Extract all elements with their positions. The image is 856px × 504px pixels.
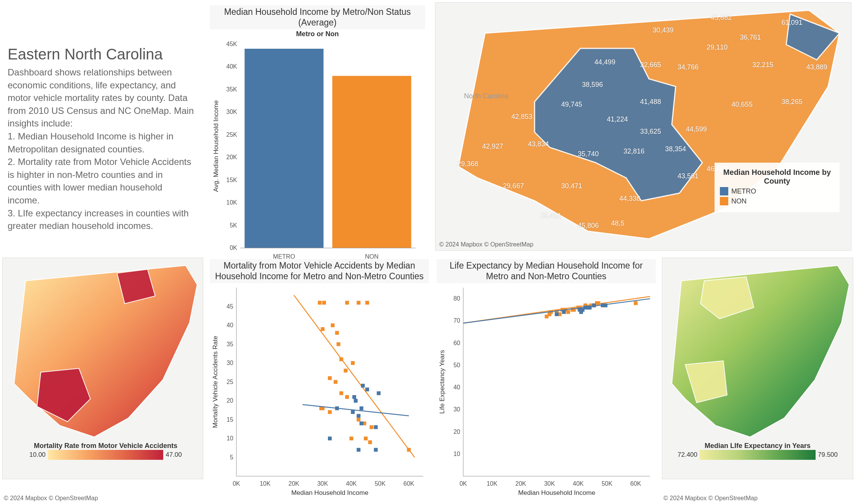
svg-text:40K: 40K [226, 64, 238, 70]
svg-text:30: 30 [453, 406, 460, 413]
svg-text:10K: 10K [226, 199, 238, 206]
income-map[interactable]: 45,68261,09130,43936,76129,11044,49932,6… [435, 2, 851, 251]
county-income-label: 33,625 [640, 128, 661, 136]
point-NON[interactable] [368, 440, 372, 444]
point-METRO[interactable] [328, 437, 332, 440]
point-NON[interactable] [344, 369, 347, 373]
point-METRO[interactable] [604, 304, 607, 307]
point-NON[interactable] [596, 301, 600, 305]
map-attribution: © 2024 Mapbox © OpenStreetMap [663, 495, 758, 502]
gradient-icon [48, 450, 164, 460]
point-NON[interactable] [321, 327, 324, 331]
svg-text:20K: 20K [516, 480, 527, 487]
point-METRO[interactable] [592, 304, 596, 307]
life-legend: Median LIfe Expectancy in Years 72.400 7… [678, 442, 838, 460]
point-NON[interactable] [331, 323, 335, 327]
point-NON[interactable] [407, 448, 411, 452]
svg-text:20: 20 [226, 397, 233, 404]
point-METRO[interactable] [365, 387, 369, 391]
county-income-label: 30,471 [561, 182, 582, 190]
point-NON[interactable] [357, 301, 360, 305]
county-income-label: 38,265 [781, 98, 802, 106]
scatter-life-panel: Life Expectancy by Median Household Inco… [433, 255, 660, 504]
county-income-label: 43,834 [528, 140, 549, 148]
point-NON[interactable] [345, 395, 349, 399]
point-METRO[interactable] [377, 391, 381, 395]
map-attribution: © 2024 Mapbox © OpenStreetMap [439, 241, 533, 248]
county-income-label: 38,596 [582, 81, 603, 89]
point-NON[interactable] [328, 410, 332, 414]
scatter2-title: Life Expectancy by Median Household Inco… [437, 259, 656, 283]
point-NON[interactable] [364, 437, 368, 440]
county-income-label: 35,421 [540, 212, 561, 220]
point-NON[interactable] [350, 437, 353, 440]
point-NON[interactable] [335, 331, 339, 335]
point-METRO[interactable] [335, 406, 339, 410]
point-METRO[interactable] [374, 425, 378, 429]
point-METRO[interactable] [357, 448, 360, 452]
point-METRO[interactable] [360, 422, 363, 426]
county-income-label: 48,5 [611, 219, 625, 227]
county-income-label: 34,766 [678, 63, 699, 71]
county-income-label: 45,682 [711, 14, 732, 22]
point-METRO[interactable] [354, 399, 358, 403]
point-METRO[interactable] [555, 312, 559, 316]
svg-text:30: 30 [226, 360, 233, 366]
svg-text:50K: 50K [375, 480, 386, 487]
svg-text:0K: 0K [459, 480, 467, 487]
trend-METRO [302, 405, 409, 416]
scatter-mortality[interactable]: 0K10K20K30K40K50K60KMedian Household Inc… [210, 284, 429, 497]
point-NON[interactable] [328, 376, 332, 380]
svg-text:25: 25 [226, 379, 233, 385]
bar-METRO[interactable] [245, 49, 324, 248]
bar-chart[interactable]: 0K5K10K15K20K25K30K35K40K45KAvg. Median … [210, 40, 423, 263]
legend-metro[interactable]: METRO [720, 187, 834, 195]
point-NON[interactable] [339, 357, 343, 361]
svg-text:0K: 0K [233, 480, 240, 487]
svg-text:20: 20 [453, 429, 460, 435]
mortality-map-panel: Mortality Rate from Motor Vehicle Accide… [0, 255, 206, 504]
point-NON[interactable] [357, 418, 360, 422]
point-NON[interactable] [337, 342, 340, 346]
legend-non[interactable]: NON [720, 197, 834, 205]
point-NON[interactable] [339, 391, 343, 395]
point-METRO[interactable] [562, 310, 566, 314]
point-NON[interactable] [345, 301, 349, 305]
svg-text:40K: 40K [573, 480, 584, 487]
svg-text:Avg. Median Household Income: Avg. Median Household Income [212, 100, 220, 192]
county-income-label: 41,488 [640, 98, 661, 106]
svg-text:20K: 20K [289, 480, 300, 487]
point-METRO[interactable] [588, 306, 592, 310]
map-bg-label: North Carolina [464, 92, 508, 100]
county-income-label: 40,655 [732, 101, 753, 109]
point-METRO[interactable] [351, 410, 355, 414]
point-NON[interactable] [334, 380, 337, 384]
scatter-mortality-panel: Mortality from Motor Vehicle Accidents b… [206, 255, 433, 504]
point-METRO[interactable] [360, 406, 363, 410]
svg-text:5K: 5K [230, 222, 237, 229]
svg-text:45: 45 [226, 303, 233, 310]
point-NON[interactable] [634, 301, 638, 305]
svg-text:10: 10 [453, 451, 460, 457]
point-METRO[interactable] [352, 395, 356, 399]
mortality-map[interactable]: Mortality Rate from Motor Vehicle Accide… [2, 258, 203, 479]
point-NON[interactable] [566, 310, 570, 314]
point-NON[interactable] [365, 301, 369, 305]
point-NON[interactable] [351, 361, 355, 365]
point-NON[interactable] [369, 425, 373, 429]
county-income-label: 29,667 [503, 182, 524, 190]
county-income-label: 43,561 [678, 172, 699, 180]
point-METRO[interactable] [361, 384, 365, 388]
county-income-label: 30,439 [653, 26, 674, 34]
county-income-label: 35,740 [578, 150, 599, 158]
svg-text:20K: 20K [226, 154, 238, 160]
point-NON[interactable] [318, 301, 322, 305]
life-map[interactable]: Median LIfe Expectancy in Years 72.400 7… [662, 258, 853, 479]
bar-NON[interactable] [332, 76, 411, 248]
svg-text:15: 15 [226, 416, 233, 423]
point-METRO[interactable] [357, 414, 360, 418]
scatter-life[interactable]: 0K10K20K30K40K50K60KMedian Household Inc… [437, 284, 656, 497]
county-income-label: 29,110 [707, 43, 728, 51]
point-METRO[interactable] [374, 448, 378, 452]
point-NON[interactable] [322, 301, 326, 305]
